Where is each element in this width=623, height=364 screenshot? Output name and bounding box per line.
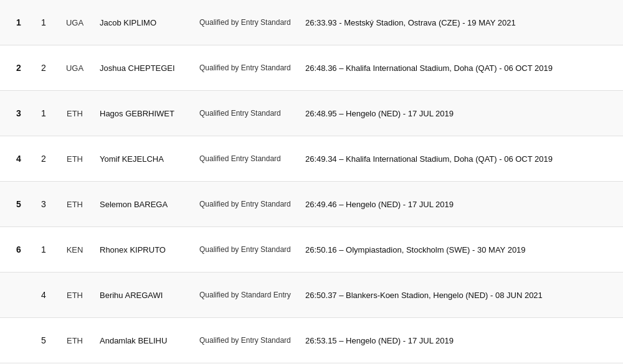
qualification-col: Qualified by Entry Standard (193, 336, 293, 345)
athlete-name: Selemon BAREGA (93, 200, 193, 209)
country-col: ETH (56, 336, 93, 345)
nat-rank-col: 5 (31, 335, 56, 345)
qualification-col: Qualified Entry Standard (193, 154, 293, 163)
qualification-col: Qualified Entry Standard (193, 109, 293, 118)
table-row: 4 2 ETH Yomif KEJELCHA Qualified Entry S… (0, 136, 623, 182)
results-table: 1 1 UGA Jacob KIPLIMO Qualified by Entry… (0, 0, 623, 363)
rank-col: 5 (6, 199, 31, 209)
nat-rank-col: 3 (31, 199, 56, 209)
nat-rank-col: 1 (31, 245, 56, 254)
country-col: UGA (56, 18, 93, 27)
table-row: 5 ETH Andamlak BELIHU Qualified by Entry… (0, 318, 623, 363)
performance-col: 26:49.34 – Khalifa International Stadium… (293, 154, 617, 164)
country-col: UGA (56, 63, 93, 73)
country-col: ETH (56, 291, 93, 300)
rank-col: 2 (6, 63, 31, 73)
country-col: ETH (56, 109, 93, 118)
country-col: ETH (56, 200, 93, 209)
table-row: 3 1 ETH Hagos GEBRHIWET Qualified Entry … (0, 91, 623, 136)
rank-col: 1 (6, 17, 31, 27)
table-row: 4 ETH Berihu AREGAWI Qualified by Standa… (0, 273, 623, 318)
qualification-col: Qualified by Entry Standard (193, 245, 293, 254)
rank-col: 3 (6, 108, 31, 118)
nat-rank-col: 4 (31, 290, 56, 300)
performance-col: 26:48.95 – Hengelo (NED) - 17 JUL 2019 (293, 109, 617, 118)
performance-col: 26:33.93 - Mestský Stadion, Ostrava (CZE… (293, 18, 617, 27)
qualification-col: Qualified by Entry Standard (193, 200, 293, 208)
qualification-col: Qualified by Entry Standard (193, 18, 293, 27)
athlete-name: Andamlak BELIHU (93, 336, 193, 345)
performance-col: 26:50.16 – Olympiastadion, Stockholm (SW… (293, 245, 617, 254)
athlete-name: Yomif KEJELCHA (93, 154, 193, 164)
qualification-col: Qualified by Standard Entry (193, 291, 293, 299)
performance-col: 26:48.36 – Khalifa International Stadium… (293, 63, 617, 73)
table-row: 2 2 UGA Joshua CHEPTEGEI Qualified by En… (0, 45, 623, 91)
rank-col: 6 (6, 245, 31, 254)
nat-rank-col: 1 (31, 17, 56, 27)
nat-rank-col: 2 (31, 63, 56, 73)
performance-col: 26:50.37 – Blankers-Koen Stadion, Hengel… (293, 291, 617, 300)
country-col: KEN (56, 245, 93, 254)
performance-col: 26:53.15 – Hengelo (NED) - 17 JUL 2019 (293, 336, 617, 345)
athlete-name: Hagos GEBRHIWET (93, 109, 193, 118)
athlete-name: Jacob KIPLIMO (93, 18, 193, 27)
rank-col: 4 (6, 154, 31, 164)
table-row: 5 3 ETH Selemon BAREGA Qualified by Entr… (0, 182, 623, 227)
athlete-name: Rhonex KIPRUTO (93, 245, 193, 254)
athlete-name: Joshua CHEPTEGEI (93, 63, 193, 73)
nat-rank-col: 1 (31, 108, 56, 118)
nat-rank-col: 2 (31, 154, 56, 164)
qualification-col: Qualified by Entry Standard (193, 63, 293, 72)
athlete-name: Berihu AREGAWI (93, 291, 193, 300)
country-col: ETH (56, 154, 93, 164)
table-row: 1 1 UGA Jacob KIPLIMO Qualified by Entry… (0, 0, 623, 45)
performance-col: 26:49.46 – Hengelo (NED) - 17 JUL 2019 (293, 200, 617, 209)
table-row: 6 1 KEN Rhonex KIPRUTO Qualified by Entr… (0, 227, 623, 273)
